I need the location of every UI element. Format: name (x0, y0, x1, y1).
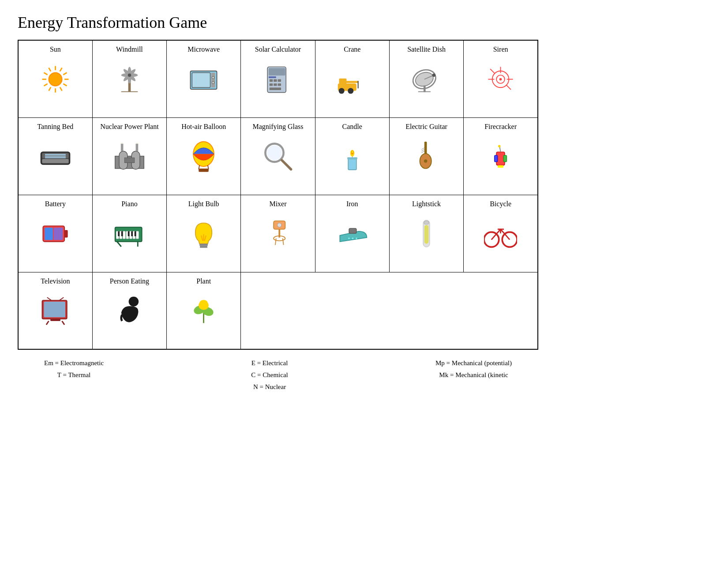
cell-icon-2-0 (21, 212, 90, 256)
grid-cell-2-0: Battery (18, 195, 92, 272)
cell-label-2-0: Battery (21, 200, 90, 208)
svg-rect-106 (128, 231, 130, 236)
svg-rect-64 (124, 158, 135, 162)
svg-rect-112 (200, 246, 207, 248)
svg-rect-33 (278, 83, 281, 86)
svg-rect-105 (121, 231, 123, 236)
svg-point-24 (212, 81, 214, 84)
svg-rect-31 (270, 83, 273, 86)
svg-line-3 (60, 87, 62, 91)
svg-rect-99 (123, 231, 125, 239)
grid-cell-0-3: Solar Calculator (241, 40, 315, 117)
cell-label-1-1: Nuclear Power Plant (95, 122, 164, 131)
cell-icon-0-5 (392, 57, 461, 101)
grid-cell-1-6: Firecracker (464, 117, 538, 195)
legend-mk: Mk = Mechanical (kinetic (435, 371, 512, 379)
grid-cell-0-1: Windmill (92, 40, 166, 117)
cell-icon-1-6 (466, 134, 535, 178)
cell-icon-3-1 (95, 289, 164, 333)
grid-cell-2-1: Piano (92, 195, 166, 272)
cell-icon-0-0 (21, 57, 90, 101)
grid-cell-3-4 (315, 272, 389, 349)
cell-icon-0-4 (318, 57, 387, 101)
cell-label-2-3: Mixer (244, 200, 312, 208)
svg-point-82 (424, 159, 428, 163)
legend-e: E = Electrical (251, 359, 288, 367)
svg-point-49 (499, 78, 502, 80)
grid-cell-0-5: Satellite Dish (389, 40, 463, 117)
grid-cell-3-0: Television (18, 272, 92, 349)
cell-icon-0-2 (169, 57, 238, 101)
cell-label-3-0: Television (21, 277, 90, 285)
svg-line-53 (490, 69, 495, 73)
grid-cell-1-3: Magnifying Glass (241, 117, 315, 195)
svg-point-18 (128, 73, 131, 77)
svg-rect-90 (495, 155, 498, 162)
energy-grid: Sun Windmill Microwave Solar Calculator (18, 40, 538, 350)
svg-line-85 (421, 151, 424, 153)
svg-line-84 (421, 150, 424, 151)
cell-icon-1-1 (95, 134, 164, 178)
svg-line-54 (507, 85, 511, 89)
cell-label-0-3: Solar Calculator (244, 45, 312, 53)
grid-cell-2-3: Mixer (241, 195, 315, 272)
grid-cell-1-4: Candle (315, 117, 389, 195)
grid-cell-2-2: Light Bulb (167, 195, 241, 272)
grid-cell-2-6: Bicycle (464, 195, 538, 272)
cell-label-0-6: Siren (466, 45, 535, 53)
svg-rect-36 (339, 78, 346, 85)
svg-line-2 (63, 84, 67, 86)
svg-point-89 (498, 145, 501, 147)
cell-label-3-1: Person Eating (95, 277, 164, 285)
svg-rect-107 (131, 231, 133, 236)
legend-n: N = Nuclear (251, 383, 288, 391)
svg-line-8 (44, 72, 47, 75)
svg-line-9 (49, 68, 51, 71)
grid-cell-0-0: Sun (18, 40, 92, 117)
legend-t: T = Thermal (44, 371, 104, 379)
svg-line-6 (44, 84, 47, 86)
cell-label-0-4: Crane (318, 45, 387, 53)
grid-cell-3-6 (464, 272, 538, 349)
cell-icon-0-1 (95, 57, 164, 101)
svg-line-142 (60, 298, 64, 301)
svg-line-83 (421, 148, 424, 150)
cell-icon-0-3 (244, 57, 312, 101)
svg-line-121 (283, 238, 284, 245)
cell-icon-1-5 (392, 134, 461, 178)
cell-label-0-2: Microwave (169, 45, 238, 53)
svg-rect-34 (270, 87, 281, 90)
cell-icon-1-3 (244, 134, 312, 178)
svg-line-73 (282, 160, 291, 170)
cell-icon-2-2 (169, 212, 238, 256)
legend-section: Em = Electromagnetic T = Thermal E = Ele… (18, 359, 538, 391)
svg-rect-91 (503, 155, 507, 162)
cell-label-1-2: Hot-air Balloon (169, 122, 238, 131)
grid-cell-3-2: Plant (167, 272, 241, 349)
cell-label-1-3: Magnifying Glass (244, 122, 312, 131)
cell-icon-1-0 (21, 134, 90, 178)
svg-rect-94 (45, 228, 53, 240)
cell-label-2-2: Light Bulb (169, 200, 238, 208)
svg-point-117 (278, 223, 281, 227)
svg-rect-22 (211, 72, 215, 87)
legend-em: Em = Electromagnetic (44, 359, 104, 367)
cell-label-1-4: Candle (318, 122, 387, 131)
cell-label-1-0: Tanning Bed (21, 122, 90, 131)
grid-cell-0-6: Siren (464, 40, 538, 117)
cell-icon-2-1 (95, 212, 164, 256)
grid-cell-1-2: Hot-air Balloon (167, 117, 241, 195)
svg-line-139 (46, 321, 49, 325)
svg-rect-27 (269, 76, 276, 78)
page-title: Energy Transformation Game (18, 13, 710, 32)
cell-label-2-4: Iron (318, 200, 387, 208)
svg-rect-45 (424, 85, 426, 92)
legend-c: C = Chemical (251, 371, 288, 379)
svg-rect-21 (192, 72, 210, 87)
svg-rect-60 (42, 159, 68, 163)
cell-label-0-5: Satellite Dish (392, 45, 461, 53)
svg-point-44 (432, 73, 436, 77)
svg-rect-137 (44, 302, 65, 317)
svg-point-125 (348, 238, 350, 239)
svg-rect-28 (270, 79, 273, 82)
